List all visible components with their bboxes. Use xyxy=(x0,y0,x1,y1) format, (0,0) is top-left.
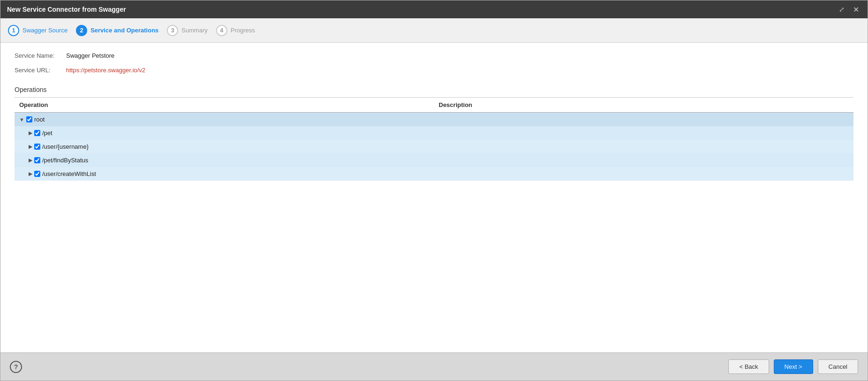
table-row: ▶ /user/{username} xyxy=(15,140,853,153)
toggle-user-create[interactable]: ▶ xyxy=(29,171,32,177)
step-3-circle: 3 xyxy=(167,25,178,36)
help-button[interactable]: ? xyxy=(10,361,22,373)
op-cell-root: ▼ root xyxy=(15,113,434,127)
footer-left: ? xyxy=(10,361,22,373)
service-name-label: Service Name: xyxy=(15,52,66,59)
steps-bar: 1 Swagger Source 2 Service and Operation… xyxy=(0,18,868,43)
operations-title: Operations xyxy=(15,86,853,93)
op-name-user-username: /user/{username} xyxy=(42,143,89,150)
op-cell-pet-find: ▶ /pet/findByStatus xyxy=(15,153,434,167)
service-name-row: Service Name: Swagger Petstore xyxy=(15,52,853,59)
title-bar: New Service Connector from Swagger ⤢ ✕ xyxy=(0,0,868,18)
col-operation: Operation xyxy=(15,98,434,113)
operations-table-container[interactable]: Operation Description ▼ xyxy=(15,98,853,181)
desc-root xyxy=(434,113,853,127)
step-3-label: Summary xyxy=(181,27,208,34)
step-2-label: Service and Operations xyxy=(90,27,158,34)
step-summary: 3 Summary xyxy=(167,25,216,36)
operations-table: Operation Description ▼ xyxy=(15,98,853,181)
step-4-circle: 4 xyxy=(216,25,227,36)
desc-pet-find xyxy=(434,153,853,167)
checkbox-pet[interactable] xyxy=(34,130,40,136)
step-2-circle: 2 xyxy=(76,25,87,36)
op-name-root: root xyxy=(34,116,45,123)
op-cell-user-create: ▶ /user/createWithList xyxy=(15,167,434,181)
op-cell-pet: ▶ /pet xyxy=(15,126,434,140)
op-name-user-create: /user/createWithList xyxy=(42,170,96,177)
toggle-user-username[interactable]: ▶ xyxy=(29,144,32,150)
op-name-pet: /pet xyxy=(42,130,52,137)
service-url-row: Service URL: https://petstore.swagger.io… xyxy=(15,67,853,74)
op-name-pet-find: /pet/findByStatus xyxy=(42,157,88,164)
toggle-pet-find[interactable]: ▶ xyxy=(29,157,32,163)
footer-right: < Back Next > Cancel xyxy=(728,359,858,374)
checkbox-user-username[interactable] xyxy=(34,144,40,150)
desc-user-create xyxy=(434,167,853,181)
table-row: ▶ /pet/findByStatus xyxy=(15,153,853,167)
checkbox-pet-find[interactable] xyxy=(34,157,40,163)
desc-pet xyxy=(434,126,853,140)
toggle-root[interactable]: ▼ xyxy=(19,117,24,122)
title-bar-controls: ⤢ ✕ xyxy=(837,4,861,15)
step-1-label: Swagger Source xyxy=(22,27,67,34)
cancel-button[interactable]: Cancel xyxy=(818,359,858,374)
content-area: Service Name: Swagger Petstore Service U… xyxy=(0,43,868,352)
service-name-value: Swagger Petstore xyxy=(66,52,114,59)
step-progress: 4 Progress xyxy=(216,25,263,36)
service-url-label: Service URL: xyxy=(15,67,66,74)
resize-button[interactable]: ⤢ xyxy=(837,4,847,15)
back-button[interactable]: < Back xyxy=(728,359,769,374)
table-row: ▶ /pet xyxy=(15,126,853,140)
dialog: New Service Connector from Swagger ⤢ ✕ 1… xyxy=(0,0,868,381)
col-description: Description xyxy=(434,98,853,113)
checkbox-user-create[interactable] xyxy=(34,171,40,177)
dialog-title: New Service Connector from Swagger xyxy=(7,6,126,13)
step-4-label: Progress xyxy=(231,27,255,34)
step-service-operations: 2 Service and Operations xyxy=(76,25,167,36)
op-cell-user-username: ▶ /user/{username} xyxy=(15,140,434,153)
close-button[interactable]: ✕ xyxy=(851,4,861,15)
table-row: ▶ /user/createWithList xyxy=(15,167,853,181)
checkbox-root[interactable] xyxy=(26,116,32,122)
next-button[interactable]: Next > xyxy=(774,359,813,374)
step-1-circle: 1 xyxy=(8,25,19,36)
operations-section: Operations Operation Description xyxy=(15,86,853,181)
desc-user-username xyxy=(434,140,853,153)
step-swagger-source: 1 Swagger Source xyxy=(8,25,76,36)
table-row: ▼ root xyxy=(15,113,853,127)
toggle-pet[interactable]: ▶ xyxy=(29,130,32,136)
footer: ? < Back Next > Cancel xyxy=(0,352,868,381)
service-url-value: https://petstore.swagger.io/v2 xyxy=(66,67,145,74)
